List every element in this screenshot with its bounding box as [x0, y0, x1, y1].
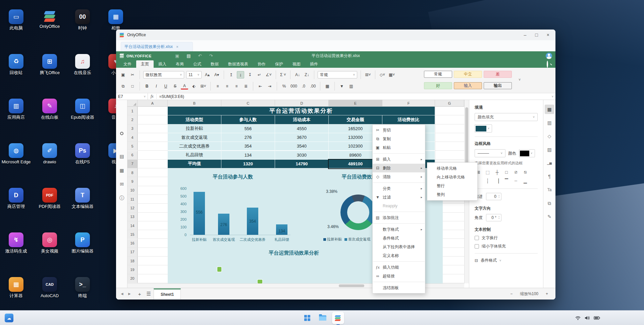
- ribbon-tab-公式[interactable]: 公式: [189, 60, 206, 68]
- conditional-format-button[interactable]: ⊟ 条件格式 ˅: [475, 258, 538, 263]
- battery-icon[interactable]: [594, 315, 600, 321]
- column-header-C[interactable]: C: [221, 100, 275, 107]
- context-menu-item-定义名称[interactable]: 定义名称: [373, 251, 425, 260]
- cell-style-icon[interactable]: ▦: [116, 168, 127, 173]
- search-icon[interactable]: [116, 131, 127, 136]
- table-data-cell[interactable]: 礼品回馈: [168, 151, 221, 160]
- feedback-icon[interactable]: ✉: [116, 181, 127, 187]
- column-header-E[interactable]: E: [329, 100, 382, 107]
- paragraph-settings-icon[interactable]: ¶: [545, 172, 554, 181]
- table-data-cell[interactable]: 3030: [275, 151, 329, 160]
- context-menu-item-删除[interactable]: ⊟删除▸: [373, 164, 425, 172]
- select-all-corner[interactable]: [127, 100, 138, 107]
- bold-icon[interactable]: B: [143, 83, 151, 90]
- column-header-A[interactable]: A: [138, 100, 168, 107]
- decrease-font-icon[interactable]: A▾: [213, 71, 220, 78]
- table-header-cell[interactable]: 活动费效比: [382, 115, 435, 124]
- strikethrough-icon[interactable]: S: [171, 83, 179, 90]
- paste-icon[interactable]: ▣: [119, 71, 127, 78]
- table-data-cell[interactable]: 3540: [275, 142, 329, 151]
- cell-style-preset-差[interactable]: 差: [484, 71, 512, 78]
- minimize-button[interactable]: –: [524, 32, 527, 38]
- underline-icon[interactable]: U: [162, 83, 169, 90]
- fill-type-select[interactable]: 颜色填充˅: [475, 113, 538, 121]
- desktop-icon-Microsoft Edge[interactable]: ◍Microsoft Edge: [1, 143, 31, 165]
- copy-style-icon[interactable]: ⧉: [119, 83, 127, 90]
- desktop-icon-激活码生成[interactable]: ↯激活码生成: [1, 232, 31, 254]
- increase-indent-icon[interactable]: ⇥: [266, 83, 273, 90]
- column-header-B[interactable]: B: [168, 100, 221, 107]
- volume-icon[interactable]: [584, 315, 590, 321]
- angle-stepper[interactable]: 0 °˄˅: [486, 214, 501, 221]
- cell-style-icon[interactable]: ▦: [324, 83, 331, 90]
- align-right-icon[interactable]: ≡: [233, 83, 240, 90]
- context-menu-item-清除[interactable]: ◇清除▸: [373, 172, 425, 181]
- table-data-cell[interactable]: 二次成交优惠券: [168, 142, 221, 151]
- horizontal-scroll-thumb[interactable]: [339, 284, 364, 287]
- submenu-item-移动单元格[interactable]: 移动单元格: [427, 164, 477, 173]
- cell-style-preset-常规[interactable]: 常规: [424, 71, 452, 78]
- font-size-select[interactable]: 11˅: [186, 71, 202, 78]
- redo-icon[interactable]: ↷: [209, 53, 213, 58]
- table-data-cell[interactable]: 拉新补贴: [168, 124, 221, 133]
- align-center-icon[interactable]: ≡: [223, 83, 231, 90]
- table-title-cell[interactable]: 平台运营活动效果分析: [168, 107, 435, 115]
- decrease-indent-icon[interactable]: ⇤: [257, 83, 264, 90]
- wrap-text-icon[interactable]: ↵: [256, 71, 263, 78]
- collapse-formula-bar-icon[interactable]: ˅: [552, 95, 553, 98]
- context-menu-item-剪切[interactable]: ✂剪切: [373, 126, 425, 134]
- desktop-icon-美女视频[interactable]: ◎美女视频: [35, 232, 65, 254]
- borders-right-icon[interactable]: ▕: [493, 177, 501, 184]
- ribbon-tab-保护[interactable]: 保护: [270, 60, 288, 68]
- comment-icon[interactable]: ▤: [116, 154, 127, 159]
- desktop-icon-在线音乐[interactable]: ♫在线音乐: [67, 54, 98, 75]
- context-menu-item-数字格式[interactable]: 数字格式▸: [373, 225, 425, 234]
- align-middle-icon[interactable]: ↨: [237, 71, 244, 78]
- context-menu-item-插入[interactable]: ⊞插入▸: [373, 155, 425, 164]
- formula-input[interactable]: =SUM(E3:E6): [157, 94, 184, 99]
- next-sheet-icon[interactable]: ►: [127, 291, 131, 296]
- pivot-settings-icon[interactable]: ⧉: [545, 199, 554, 208]
- sheet-list-icon[interactable]: ☰: [144, 291, 154, 297]
- table-data-cell[interactable]: 354: [221, 142, 275, 151]
- borders-top-icon[interactable]: ▔: [503, 177, 510, 184]
- ribbon-tab-插件[interactable]: 插件: [305, 60, 323, 68]
- column-header-D[interactable]: D: [275, 100, 329, 107]
- cut-icon[interactable]: ✂: [129, 71, 136, 78]
- context-menu-item-超链接[interactable]: ∞超链接: [373, 272, 425, 280]
- borders-diag-down-icon[interactable]: ⧅: [522, 168, 529, 176]
- desktop-icon-Epub阅读器[interactable]: ◫Epub阅读器: [67, 99, 98, 120]
- context-menu-item-从下拉列表中选择[interactable]: 从下拉列表中选择: [373, 242, 425, 251]
- table-data-cell[interactable]: 134: [221, 151, 275, 160]
- prev-sheet-icon[interactable]: ◄: [120, 291, 124, 296]
- undo-icon[interactable]: ↶: [198, 53, 202, 58]
- desktop-icon-drawio[interactable]: ✐drawio: [35, 143, 65, 165]
- select-all-icon[interactable]: □: [129, 83, 136, 90]
- user-avatar[interactable]: [546, 53, 552, 59]
- desktop-icon-计算器[interactable]: ▦计算器: [1, 277, 31, 299]
- cell-style-preset-输出[interactable]: 输出: [484, 82, 512, 89]
- widgets-icon[interactable]: ☁: [5, 314, 13, 322]
- border-color-picker[interactable]: ˅: [519, 149, 535, 157]
- maximize-button[interactable]: □: [535, 32, 538, 38]
- desktop-icon-商店管理[interactable]: D商店管理: [1, 188, 31, 209]
- table-summary-cell[interactable]: 14790: [275, 160, 329, 168]
- font-name-select[interactable]: 微软雅黑˅: [143, 71, 184, 78]
- shrink-to-fit-checkbox[interactable]: [475, 244, 479, 249]
- desktop-icon-AutoCAD[interactable]: CADAutoCAD: [35, 277, 65, 299]
- document-tab[interactable]: 平台活动运营效果分析.xlsx ×: [121, 42, 193, 51]
- table-template-icon[interactable]: ▥: [347, 83, 355, 90]
- table-header-cell[interactable]: 活动类型: [168, 115, 221, 124]
- ribbon-tab-数据透视表[interactable]: 数据透视表: [223, 60, 253, 68]
- borders-none-icon[interactable]: ⬚: [484, 168, 491, 176]
- table-data-cell[interactable]: 4550: [275, 124, 329, 133]
- submenu-item-整列[interactable]: 整列: [427, 190, 477, 199]
- explorer-icon[interactable]: [317, 312, 329, 324]
- context-menu-item-条件格式[interactable]: 条件格式: [373, 234, 425, 242]
- desktop-icon-回收站[interactable]: ♻回收站: [1, 54, 31, 75]
- desktop-icon-在线白板[interactable]: ✎在线白板: [35, 99, 65, 120]
- context-menu-item-添加批注[interactable]: ▤添加批注: [373, 213, 425, 222]
- align-bottom-icon[interactable]: ↧: [246, 71, 254, 78]
- desktop-icon-OnlyOffice[interactable]: OnlyOffice: [35, 9, 65, 29]
- column-header-F[interactable]: F: [382, 100, 435, 107]
